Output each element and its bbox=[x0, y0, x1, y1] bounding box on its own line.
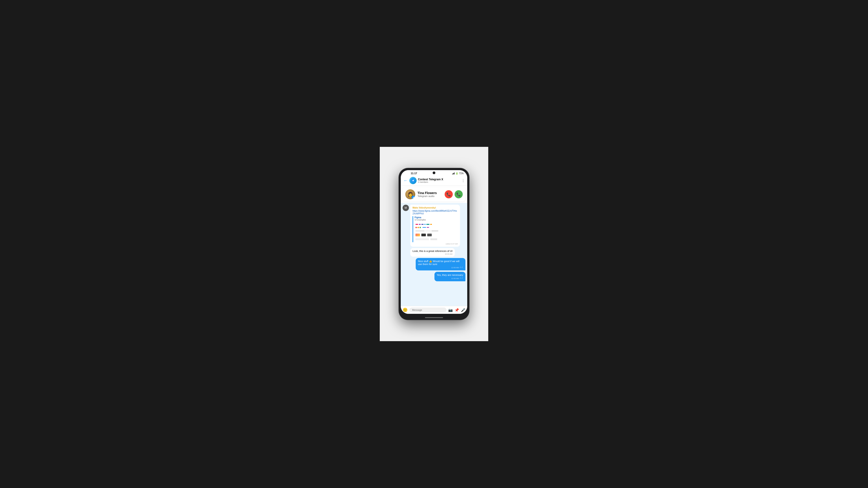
message-link[interactable]: https://www.figma.com/file/df8NeK0ZzVTHr… bbox=[412, 210, 457, 215]
call-actions: 📞 📞 bbox=[445, 190, 463, 198]
home-bar[interactable] bbox=[425, 317, 443, 318]
list-item: Nice stuff 👍 Would be good if we will us… bbox=[403, 258, 465, 270]
phone-accept-icon: 📞 bbox=[456, 192, 461, 197]
status-icons: 🔋 71% bbox=[452, 172, 464, 175]
more-options-button[interactable]: ⋮ bbox=[461, 178, 465, 183]
received-text-bubble: Look, this is a great references of UI 1… bbox=[410, 248, 455, 257]
message-input[interactable] bbox=[409, 307, 446, 313]
group-avatar bbox=[409, 177, 416, 184]
message-text: Yes, they are necessary bbox=[437, 273, 463, 276]
decline-call-button[interactable]: 📞 bbox=[445, 190, 453, 198]
chat-header-info: Contest Telegram X 2 members bbox=[418, 178, 460, 183]
group-name: Contest Telegram X bbox=[418, 178, 460, 181]
battery-level: 71% bbox=[459, 172, 464, 175]
camera-button[interactable]: 📷 bbox=[448, 308, 453, 312]
read-receipt-icon: ✓✓ bbox=[460, 277, 463, 279]
read-receipt-icon: ✓✓ bbox=[460, 266, 463, 268]
telegram-logo-icon bbox=[411, 178, 415, 183]
back-button[interactable]: ← bbox=[403, 178, 408, 184]
link-preview: Figma UI examples bbox=[412, 216, 458, 242]
list-item: Look, this is a great references of UI 1… bbox=[403, 248, 465, 257]
message-edited-time: edited 6:07 AM bbox=[445, 243, 458, 245]
phone-screen: 11:17 🔋 71% ← bbox=[401, 170, 467, 314]
avatar: M bbox=[403, 205, 409, 211]
camera-notch bbox=[433, 171, 435, 174]
sent-message-bubble: Nice stuff 👍 Would be good if we will us… bbox=[416, 258, 465, 270]
list-item: Yes, they are necessary 12:06 AM ✓✓ bbox=[403, 272, 465, 281]
chat-header: ← Contest Telegram X 2 members ⋮ bbox=[401, 175, 467, 186]
page-background: 11:17 🔋 71% ← bbox=[380, 147, 488, 341]
received-message-bubble: Maks Voloshynovskyi https://www.figma.co… bbox=[410, 205, 460, 247]
call-info: Tina Flowers Telegram audio bbox=[417, 191, 442, 197]
chat-area: M Maks Voloshynovskyi https://www.figma.… bbox=[401, 203, 467, 306]
message-sender: Maks Voloshynovskyi bbox=[412, 206, 458, 209]
call-banner: 👩 Tina Flowers Telegram audio 📞 bbox=[403, 187, 465, 201]
phone-decline-icon: 📞 bbox=[446, 192, 451, 197]
preview-subtitle: UI examples bbox=[414, 219, 458, 221]
message-time: 10:03 AM bbox=[412, 253, 453, 255]
home-indicator bbox=[399, 316, 469, 320]
emoji-button[interactable]: 🙂 bbox=[403, 307, 408, 313]
message-time: 12:06 AM bbox=[451, 278, 459, 280]
phone-device: 11:17 🔋 71% ← bbox=[399, 168, 469, 320]
caller-name: Tina Flowers bbox=[417, 191, 442, 195]
telegram-badge-icon bbox=[412, 196, 415, 199]
call-type: Telegram audio bbox=[417, 195, 442, 197]
attach-button[interactable]: 📌 bbox=[455, 308, 459, 312]
member-count: 2 members bbox=[418, 181, 460, 183]
accept-call-button[interactable]: 📞 bbox=[455, 190, 463, 198]
caller-avatar: 👩 bbox=[405, 189, 415, 199]
message-time: 12:06 AM bbox=[451, 267, 459, 269]
preview-title: Figma bbox=[414, 216, 458, 219]
sent-message-bubble: Yes, they are necessary 12:06 AM ✓✓ bbox=[434, 272, 465, 281]
input-bar: 🙂 📷 📌 🎤 bbox=[401, 306, 467, 314]
voice-button[interactable]: 🎤 bbox=[461, 308, 465, 312]
battery-icon: 🔋 bbox=[456, 172, 458, 175]
signal-icon bbox=[452, 172, 455, 174]
preview-image bbox=[414, 222, 458, 242]
status-time: 11:17 bbox=[411, 172, 417, 175]
message-text: Look, this is a great references of UI bbox=[412, 250, 453, 252]
message-text: Nice stuff 👍 Would be good if we will us… bbox=[418, 260, 460, 265]
table-row: M Maks Voloshynovskyi https://www.figma.… bbox=[403, 205, 465, 247]
